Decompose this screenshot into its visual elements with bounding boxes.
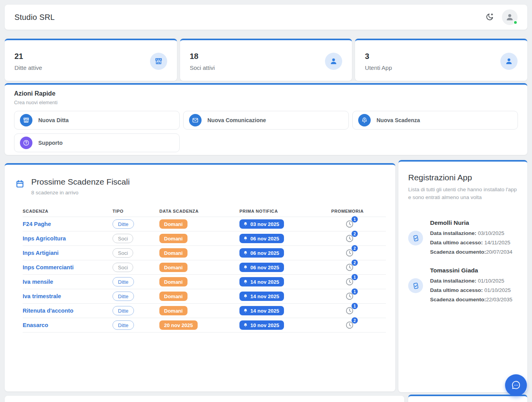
due-date-badge: 20 nov 2025 xyxy=(159,320,198,330)
registrations-card: Registrazioni App Lista di tutti gli ute… xyxy=(398,160,527,392)
phone-check-icon xyxy=(408,231,423,245)
stat-label: Utenti App xyxy=(365,64,518,71)
table-bottom-divider xyxy=(23,332,386,333)
tipo-badge: Soci xyxy=(112,263,133,272)
store-icon xyxy=(150,53,167,70)
bell-icon xyxy=(243,323,248,328)
column-header: DATA SCADENZA xyxy=(159,209,239,213)
person-icon xyxy=(505,12,514,22)
deadline-link[interactable]: Ritenuta d'acconto xyxy=(23,308,112,314)
table-row: Iva trimestrale Ditte Domani 14 nov 2025… xyxy=(23,289,386,303)
doc-expiry-line: Scadenza documento:22/03/2035 xyxy=(430,295,512,304)
table-header: SCADENZA TIPO DATA SCADENZA PRIMA NOTIFI… xyxy=(23,206,386,217)
reminder-clock-icon: 2 xyxy=(345,234,354,243)
deadline-link[interactable]: Inps Artigiani xyxy=(23,250,112,256)
first-notice-badge: 14 nov 2025 xyxy=(239,292,284,301)
action-label: Nuova Ditta xyxy=(38,117,69,123)
last-access-line: Data ultimo accesso:01/10/2025 xyxy=(430,286,512,295)
reminder-count-badge: 2 xyxy=(352,245,358,251)
deadline-link[interactable]: F24 Paghe xyxy=(23,221,112,227)
due-date-badge: Domani xyxy=(159,234,187,243)
chat-bubble-icon xyxy=(511,380,521,390)
table-row: Ritenuta d'acconto Ditte Domani 14 nov 2… xyxy=(23,303,386,318)
deadline-link[interactable]: Iva mensile xyxy=(23,279,112,285)
tipo-badge: Ditte xyxy=(112,219,134,229)
deadlines-card: Prossime Scadenze Fiscali 8 scadenze in … xyxy=(5,163,395,391)
help-icon xyxy=(20,137,32,149)
tipo-badge: Ditte xyxy=(112,292,134,301)
stat-value: 21 xyxy=(14,52,167,61)
stat-card-utenti: 3 Utenti App xyxy=(355,39,527,81)
bell-icon xyxy=(243,279,248,285)
table-row: Inps Commercianti Soci Domani 06 nov 202… xyxy=(23,260,386,274)
reminder-count-badge: 2 xyxy=(352,231,358,237)
new-communication-button[interactable]: Nuova Comunicazione xyxy=(183,111,349,130)
doc-expiry-line: Scadenza documento:20/07/2034 xyxy=(430,247,512,257)
reminder-clock-icon: 1 xyxy=(345,220,354,228)
due-date-badge: Domani xyxy=(159,219,187,229)
reminder-clock-icon: 1 xyxy=(345,292,354,301)
reminder-count-badge: 1 xyxy=(352,303,358,309)
tipo-badge: Soci xyxy=(112,248,133,258)
bell-icon xyxy=(243,265,248,270)
stat-value: 18 xyxy=(190,52,343,61)
registration-entry: Tomassini Giada Data installazione:01/10… xyxy=(408,267,518,304)
new-deadline-button[interactable]: Nuova Scadenza xyxy=(352,111,518,130)
deadline-link[interactable]: Iva trimestrale xyxy=(23,293,112,299)
due-date-badge: Domani xyxy=(159,277,187,286)
deadline-link[interactable]: Inps Agricoltura xyxy=(23,235,112,242)
first-notice-badge: 14 nov 2025 xyxy=(239,277,284,286)
stat-card-soci: 18 Soci attivi xyxy=(180,39,352,81)
first-notice-badge: 06 nov 2025 xyxy=(239,248,284,258)
column-header: TIPO xyxy=(112,209,159,213)
quick-actions-subtitle: Crea nuovi elementi xyxy=(14,100,518,105)
first-notice-badge: 06 nov 2025 xyxy=(239,263,284,272)
tipo-badge: Soci xyxy=(112,234,133,243)
app-header: Studio SRL xyxy=(5,5,527,30)
table-row: Inps Artigiani Soci Domani 06 nov 2025 2 xyxy=(23,245,386,260)
stat-label: Ditte attive xyxy=(14,64,167,71)
stat-value: 3 xyxy=(365,52,518,61)
moon-star-icon xyxy=(485,12,494,22)
calendar-icon xyxy=(16,180,24,196)
last-access-line: Data ultimo accesso:14/11/2025 xyxy=(430,238,512,247)
person-icon xyxy=(500,53,518,70)
stat-label: Soci attivi xyxy=(190,64,343,71)
next-section-card-left xyxy=(5,396,404,402)
table-row: Iva mensile Ditte Domani 14 nov 2025 1 xyxy=(23,274,386,289)
store-icon xyxy=(20,114,32,126)
column-header: SCADENZA xyxy=(23,209,112,213)
bell-icon xyxy=(243,294,248,299)
dark-mode-toggle[interactable] xyxy=(482,10,496,24)
due-date-badge: Domani xyxy=(159,306,187,315)
due-date-badge: Domani xyxy=(159,292,187,301)
page-title: Studio SRL xyxy=(14,13,55,22)
deadlines-subtitle: 8 scadenze in arrivo xyxy=(31,190,130,196)
bell-icon xyxy=(243,308,248,313)
mail-icon xyxy=(189,114,202,126)
registrations-subtitle: Lista di tutti gli utenti che hanno inst… xyxy=(408,186,518,201)
next-section-card-right xyxy=(408,395,527,402)
deadline-link[interactable]: Inps Commercianti xyxy=(23,264,112,270)
table-row: Enasarco Ditte 20 nov 2025 10 nov 2025 2 xyxy=(23,318,386,332)
reminder-count-badge: 2 xyxy=(352,317,358,324)
deadlines-title: Prossime Scadenze Fiscali xyxy=(31,177,130,187)
user-name: Demolli Nuria xyxy=(430,219,512,226)
table-row: F24 Paghe Ditte Domani 03 nov 2025 1 xyxy=(23,217,386,231)
registrations-title: Registrazioni App xyxy=(408,173,518,182)
install-date-line: Data installazione:01/10/2025 xyxy=(430,276,512,286)
user-name: Tomassini Giada xyxy=(430,267,512,274)
online-status-dot xyxy=(513,20,518,25)
user-avatar[interactable] xyxy=(502,9,518,25)
tipo-badge: Ditte xyxy=(112,277,134,286)
new-company-button[interactable]: Nuova Ditta xyxy=(14,111,180,130)
deadline-link[interactable]: Enasarco xyxy=(23,322,112,328)
column-header: PRIMA NOTIFICA xyxy=(239,209,331,213)
stat-card-ditte: 21 Ditte attive xyxy=(5,39,177,81)
chat-fab-button[interactable] xyxy=(505,374,527,396)
stats-row: 21 Ditte attive 18 Soci attivi 3 Utenti … xyxy=(5,39,527,81)
bell-icon xyxy=(243,236,248,241)
quick-actions-title: Azioni Rapide xyxy=(14,90,518,97)
support-button[interactable]: Supporto xyxy=(14,133,180,152)
quick-actions-card: Azioni Rapide Crea nuovi elementi Nuova … xyxy=(5,83,527,155)
